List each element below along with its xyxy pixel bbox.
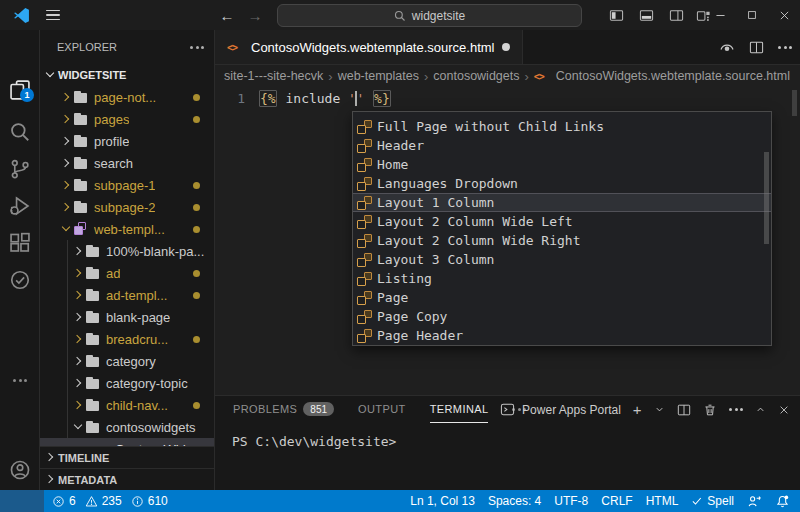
split-editor-icon[interactable] bbox=[749, 40, 764, 55]
tree-row[interactable]: ad-templ... bbox=[40, 284, 214, 306]
workspace-section-header[interactable]: WIDGETSITE bbox=[40, 64, 214, 86]
suggest-item[interactable]: Listing bbox=[353, 269, 771, 288]
toggle-sidebar-icon[interactable] bbox=[602, 0, 630, 30]
suggest-item[interactable]: Layout 2 Column Wide Right bbox=[353, 231, 771, 250]
suggest-item[interactable]: Layout 2 Column Wide Left bbox=[353, 212, 771, 231]
modified-dot bbox=[193, 336, 200, 343]
suggest-item[interactable]: Home bbox=[353, 155, 771, 174]
breadcrumb: site-1---site-hecvk › web-templates › co… bbox=[215, 65, 800, 87]
tree-row[interactable]: web-templ... bbox=[40, 218, 214, 240]
tree-row[interactable]: page-not... bbox=[40, 86, 214, 108]
chevron-down-icon bbox=[70, 419, 86, 435]
breadcrumb-item[interactable]: contosowidgets bbox=[433, 69, 519, 83]
tree-row[interactable]: breadcru... bbox=[40, 328, 214, 350]
kill-terminal-trash-icon[interactable] bbox=[703, 403, 717, 417]
tree-row[interactable]: blank-page bbox=[40, 306, 214, 328]
forward-button[interactable]: → bbox=[242, 0, 268, 30]
breadcrumb-item[interactable]: site-1---site-hecvk bbox=[224, 69, 323, 83]
web-template-icon bbox=[357, 272, 372, 286]
search-view-icon[interactable] bbox=[8, 120, 32, 144]
tree-row[interactable]: contosowidgets bbox=[40, 416, 214, 438]
tree-row[interactable]: 100%-blank-pa... bbox=[40, 240, 214, 262]
split-terminal-icon[interactable] bbox=[677, 403, 691, 417]
suggest-item[interactable]: Header bbox=[353, 136, 771, 155]
dirty-indicator[interactable] bbox=[502, 43, 510, 51]
menu-icon[interactable] bbox=[40, 0, 66, 30]
modified-dot bbox=[193, 204, 200, 211]
suggest-item-selected[interactable]: Layout 1 Column bbox=[353, 193, 771, 212]
panel-more-actions-icon[interactable] bbox=[729, 408, 743, 411]
editor-scrollbar[interactable] bbox=[792, 90, 797, 116]
problems-status[interactable]: 6 235 610 bbox=[52, 494, 168, 508]
account-icon[interactable] bbox=[8, 458, 32, 482]
tab-terminal[interactable]: TERMINAL bbox=[430, 396, 489, 423]
tree-row[interactable]: subpage-1 bbox=[40, 174, 214, 196]
breadcrumb-item[interactable]: web-templates bbox=[338, 69, 419, 83]
remote-indicator[interactable] bbox=[0, 490, 44, 512]
encoding[interactable]: UTF-8 bbox=[554, 494, 588, 508]
close-panel-icon[interactable] bbox=[778, 404, 790, 416]
tree-row[interactable]: child-nav... bbox=[40, 394, 214, 416]
tree-row[interactable]: pages bbox=[40, 108, 214, 130]
toggle-panel-icon[interactable] bbox=[632, 0, 660, 30]
maximize-panel-icon[interactable] bbox=[755, 404, 766, 415]
tab-output[interactable]: OUTPUT bbox=[358, 396, 406, 423]
tree-row[interactable]: category bbox=[40, 350, 214, 372]
modified-dot bbox=[193, 402, 200, 409]
cursor-position[interactable]: Ln 1, Col 13 bbox=[410, 494, 475, 508]
editor-tab[interactable]: ContosoWidgets.webtemplate.source.html bbox=[215, 30, 523, 64]
folder-icon bbox=[86, 355, 100, 368]
feedback-icon[interactable] bbox=[747, 494, 762, 509]
notifications-bell-icon[interactable] bbox=[775, 494, 790, 509]
timeline-section-header[interactable]: TIMELINE bbox=[40, 446, 214, 468]
toggle-secondary-sidebar-icon[interactable] bbox=[662, 0, 690, 30]
extensions-icon[interactable] bbox=[8, 231, 32, 255]
minimize-button[interactable] bbox=[704, 0, 736, 30]
chevron-right-icon bbox=[58, 177, 74, 193]
tree-row[interactable]: profile bbox=[40, 130, 214, 152]
tab-problems[interactable]: PROBLEMS 851 bbox=[233, 396, 334, 423]
source-control-icon[interactable] bbox=[8, 157, 32, 181]
more-views-icon[interactable] bbox=[8, 368, 32, 392]
chevron-right-icon bbox=[42, 450, 58, 466]
run-debug-icon[interactable] bbox=[8, 194, 32, 218]
language-mode[interactable]: HTML bbox=[646, 494, 679, 508]
tree-row[interactable]: subpage-2 bbox=[40, 196, 214, 218]
editor-more-actions-icon[interactable] bbox=[778, 46, 792, 49]
explorer-actions-icon[interactable] bbox=[190, 46, 204, 49]
terminal-profile[interactable]: Power Apps Portal bbox=[500, 402, 621, 417]
testing-check-icon[interactable] bbox=[8, 268, 32, 292]
explorer-title: EXPLORER bbox=[57, 41, 117, 53]
metadata-section-header[interactable]: METADATA bbox=[40, 468, 214, 490]
code-editor[interactable]: 1 {% include '' %} bbox=[215, 87, 800, 109]
chevron-right-icon bbox=[58, 199, 74, 215]
tree-row[interactable]: search bbox=[40, 152, 214, 174]
back-button[interactable]: ← bbox=[214, 0, 240, 30]
chevron-right-icon bbox=[58, 155, 74, 171]
web-template-icon bbox=[357, 234, 372, 248]
suggest-item[interactable]: Page Header bbox=[353, 326, 771, 345]
tree-row[interactable]: category-topic bbox=[40, 372, 214, 394]
close-window-button[interactable] bbox=[768, 0, 800, 30]
suggest-scrollbar[interactable] bbox=[764, 152, 769, 244]
suggest-item[interactable]: Page Copy bbox=[353, 307, 771, 326]
new-terminal-icon[interactable]: + bbox=[633, 402, 642, 417]
indentation[interactable]: Spaces: 4 bbox=[488, 494, 541, 508]
modified-dot bbox=[193, 182, 200, 189]
suggest-item[interactable]: Layout 3 Column bbox=[353, 250, 771, 269]
chevron-separator: › bbox=[328, 69, 332, 84]
command-center-search[interactable]: widgetsite bbox=[277, 4, 582, 27]
tree-row-selected[interactable]: ContosoWidg... bbox=[40, 438, 214, 446]
terminal-output[interactable]: PS C:\dev\widgetsite> bbox=[215, 423, 800, 449]
breadcrumb-item[interactable]: ContosoWidgets.webtemplate.source.html bbox=[556, 69, 790, 83]
modified-dot bbox=[193, 116, 200, 123]
maximize-button[interactable] bbox=[736, 0, 768, 30]
tree-row[interactable]: ad bbox=[40, 262, 214, 284]
eol-sequence[interactable]: CRLF bbox=[601, 494, 632, 508]
suggest-item[interactable]: Full Page without Child Links bbox=[353, 117, 771, 136]
terminal-dropdown-icon[interactable] bbox=[654, 404, 665, 415]
suggest-item[interactable]: Page bbox=[353, 288, 771, 307]
spell-checker[interactable]: Spell bbox=[691, 494, 734, 508]
open-preview-icon[interactable] bbox=[719, 39, 735, 55]
suggest-item[interactable]: Languages Dropdown bbox=[353, 174, 771, 193]
